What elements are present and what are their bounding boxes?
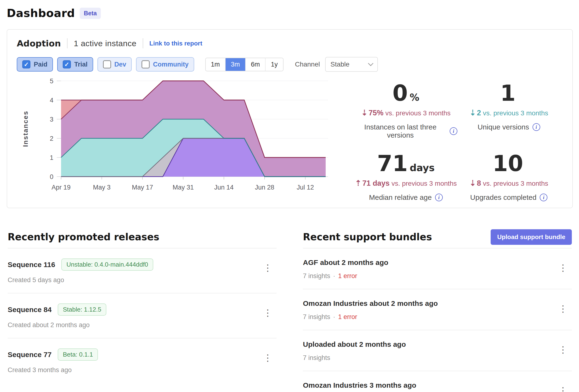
stat-unit: days [410, 163, 434, 173]
adoption-card: Adoption 1 active instance Link to this … [7, 29, 573, 208]
adoption-controls: ✓ Paid ✓ Trial Dev Community 1m 3m [17, 57, 563, 72]
arrow-down-icon: ⇣ [470, 179, 476, 187]
svg-text:Jun 14: Jun 14 [214, 184, 233, 191]
info-icon[interactable]: i [533, 123, 540, 131]
kebab-menu-icon[interactable]: ⋮ [556, 301, 570, 317]
bundle-title: Omozan Industries 3 months ago [303, 381, 416, 389]
adoption-card-header: Adoption 1 active instance Link to this … [17, 38, 563, 48]
svg-text:1: 1 [50, 154, 53, 161]
stat-median-relative-age: 71 days ⇡71 daysvs. previous 3 months Me… [354, 153, 457, 201]
releases-section: Recently promoted releases Sequence 116 … [8, 226, 277, 392]
svg-text:Jul 12: Jul 12 [297, 184, 314, 191]
stat-instances-last-three-versions: 0 % ⇣75%vs. previous 3 months Instances … [354, 82, 457, 139]
filter-label: Paid [34, 61, 47, 68]
filter-paid-button[interactable]: ✓ Paid [17, 57, 53, 71]
bundle-title: Uploaded about 2 months ago [303, 340, 406, 348]
license-filters: ✓ Paid ✓ Trial Dev Community [17, 57, 194, 71]
filter-label: Trial [74, 61, 88, 68]
svg-text:May 31: May 31 [173, 184, 194, 191]
active-instance-count: 1 active instance [74, 39, 137, 48]
support-bundle-row[interactable]: Uploaded about 2 months ago 7 insights ⋮ [303, 330, 572, 371]
filter-community-button[interactable]: Community [136, 57, 194, 71]
release-created: Created 5 days ago [8, 276, 153, 284]
svg-text:0: 0 [50, 173, 53, 181]
page-title: Dashboard [7, 7, 75, 20]
arrow-down-icon: ⇣ [470, 108, 476, 117]
release-title: Sequence 116 [8, 261, 55, 269]
range-3m[interactable]: 3m [225, 58, 245, 71]
support-bundle-row[interactable]: AGF about 2 months ago 7 insights·1 erro… [303, 248, 572, 289]
range-1m[interactable]: 1m [206, 58, 225, 71]
stat-unit: % [410, 93, 419, 102]
filter-dev-button[interactable]: Dev [97, 57, 132, 71]
support-bundles-heading: Recent support bundles [303, 231, 432, 242]
info-icon[interactable]: i [435, 194, 443, 201]
kebab-menu-icon[interactable]: ⋮ [556, 342, 570, 358]
channel-selected-value: Stable [330, 61, 349, 68]
bundle-error-count: 1 error [338, 313, 357, 321]
filter-label: Community [153, 61, 189, 68]
release-version-badge: Beta: 0.1.1 [58, 348, 98, 361]
bundle-error-count: 1 error [338, 272, 357, 279]
beta-badge: Beta [80, 8, 101, 19]
stat-delta: ⇣8vs. previous 3 months [457, 179, 560, 188]
adoption-area-chart: 012345Apr 19May 3May 17May 31Jun 14Jun 2… [17, 76, 342, 200]
range-6m[interactable]: 6m [245, 58, 265, 71]
kebab-menu-icon[interactable]: ⋮ [260, 350, 275, 366]
svg-text:4: 4 [50, 97, 53, 104]
filter-trial-button[interactable]: ✓ Trial [57, 57, 93, 71]
checkbox-unchecked-icon [142, 60, 150, 68]
stat-delta: ⇣2vs. previous 3 months [457, 108, 560, 117]
channel-label: Channel [295, 61, 320, 68]
svg-text:3: 3 [50, 116, 53, 123]
svg-text:May 3: May 3 [93, 184, 111, 191]
stat-value: 10 [493, 153, 523, 175]
release-row[interactable]: Sequence 84 Stable: 1.12.5 Created about… [8, 293, 277, 338]
stat-value: 71 [377, 153, 408, 175]
stat-unique-versions: 1 ⇣2vs. previous 3 months Unique version… [457, 82, 560, 139]
svg-text:2: 2 [50, 135, 53, 142]
release-version-badge: Unstable: 0.4.0-main.444ddf0 [61, 259, 153, 271]
bundle-insights: 7 insights [303, 313, 330, 321]
stat-label: Unique versions [477, 123, 529, 131]
checkbox-checked-icon: ✓ [22, 60, 30, 68]
page: Dashboard Beta Adoption 1 active instanc… [0, 0, 579, 392]
svg-text:May 17: May 17 [132, 184, 153, 191]
bundle-insights: 7 insights [303, 272, 330, 279]
info-icon[interactable]: i [540, 194, 547, 201]
time-range-selector: 1m 3m 6m 1y [205, 58, 284, 71]
stat-label: Median relative age [369, 193, 432, 201]
support-bundle-row[interactable]: Omozan Industries 3 months ago 7 insight… [303, 371, 572, 392]
kebab-menu-icon[interactable]: ⋮ [556, 260, 570, 276]
bundle-insights: 7 insights [303, 354, 330, 361]
release-created: Created 3 months ago [8, 366, 98, 374]
upload-support-bundle-button[interactable]: Upload support bundle [491, 229, 572, 245]
svg-text:Instances: Instances [22, 111, 29, 147]
release-row[interactable]: Sequence 116 Unstable: 0.4.0-main.444ddf… [8, 248, 277, 293]
page-header: Dashboard Beta [7, 7, 573, 20]
checkbox-checked-icon: ✓ [63, 60, 71, 68]
bundle-title: Omozan Industries about 2 months ago [303, 299, 438, 308]
svg-text:Apr 19: Apr 19 [52, 184, 71, 191]
bundle-title: AGF about 2 months ago [303, 259, 388, 266]
kebab-menu-icon[interactable]: ⋮ [260, 305, 275, 321]
kebab-menu-icon[interactable]: ⋮ [556, 383, 570, 392]
stat-delta: ⇣75%vs. previous 3 months [354, 108, 457, 117]
info-icon[interactable]: i [450, 127, 457, 135]
arrow-down-icon: ⇣ [361, 108, 367, 117]
filter-label: Dev [114, 61, 126, 68]
range-1y[interactable]: 1y [265, 58, 283, 71]
stat-label: Upgrades completed [470, 193, 537, 201]
release-row[interactable]: Sequence 77 Beta: 0.1.1 Created 3 months… [8, 338, 277, 383]
support-bundle-row[interactable]: Omozan Industries about 2 months ago 7 i… [303, 289, 572, 330]
stat-upgrades-completed: 10 ⇣8vs. previous 3 months Upgrades comp… [457, 153, 560, 201]
channel-select[interactable]: Stable [325, 57, 378, 72]
link-to-report[interactable]: Link to this report [149, 40, 202, 47]
arrow-up-icon: ⇡ [355, 179, 362, 187]
kebab-menu-icon[interactable]: ⋮ [260, 260, 275, 276]
bottom-sections: Recently promoted releases Sequence 116 … [7, 226, 573, 392]
divider-pipe [143, 38, 143, 48]
releases-heading: Recently promoted releases [8, 231, 159, 242]
stat-value: 1 [500, 82, 515, 104]
stat-value: 0 [392, 82, 408, 104]
